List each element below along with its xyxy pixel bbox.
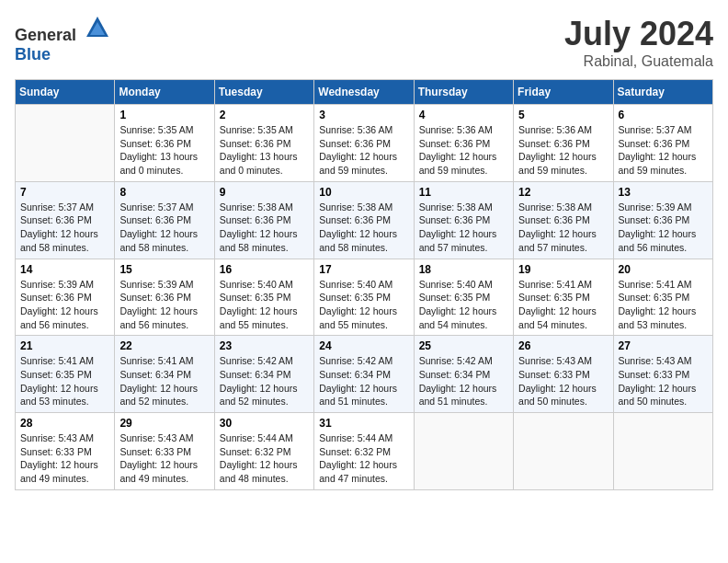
calendar-cell: 13Sunrise: 5:39 AMSunset: 6:36 PMDayligh… (613, 181, 712, 259)
day-info: Sunrise: 5:36 AMSunset: 6:36 PMDaylight:… (319, 123, 408, 178)
day-number: 12 (518, 186, 608, 199)
day-number: 30 (220, 417, 309, 430)
day-number: 11 (419, 186, 508, 199)
day-info: Sunrise: 5:36 AMSunset: 6:36 PMDaylight:… (419, 123, 508, 178)
calendar-cell: 29Sunrise: 5:43 AMSunset: 6:33 PMDayligh… (115, 413, 214, 490)
day-info: Sunrise: 5:37 AMSunset: 6:36 PMDaylight:… (20, 201, 109, 255)
calendar-week-row: 1Sunrise: 5:35 AMSunset: 6:36 PMDaylight… (16, 105, 713, 182)
day-info: Sunrise: 5:38 AMSunset: 6:36 PMDaylight:… (319, 201, 408, 255)
calendar-cell: 4Sunrise: 5:36 AMSunset: 6:36 PMDaylight… (414, 105, 513, 182)
calendar-cell: 11Sunrise: 5:38 AMSunset: 6:36 PMDayligh… (414, 181, 513, 259)
calendar-cell: 16Sunrise: 5:40 AMSunset: 6:35 PMDayligh… (214, 259, 313, 336)
day-number: 23 (220, 339, 309, 352)
day-info: Sunrise: 5:35 AMSunset: 6:36 PMDaylight:… (119, 123, 209, 178)
calendar-cell: 5Sunrise: 5:36 AMSunset: 6:36 PMDaylight… (514, 105, 613, 182)
day-info: Sunrise: 5:37 AMSunset: 6:36 PMDaylight:… (119, 201, 209, 255)
day-info: Sunrise: 5:44 AMSunset: 6:32 PMDaylight:… (220, 431, 309, 486)
day-info: Sunrise: 5:41 AMSunset: 6:35 PMDaylight:… (518, 278, 608, 332)
day-number: 29 (119, 417, 209, 430)
page-header: General Blue July 2024 Rabinal, Guatemal… (15, 15, 713, 70)
calendar-cell (16, 105, 115, 182)
calendar-week-row: 21Sunrise: 5:41 AMSunset: 6:35 PMDayligh… (16, 336, 713, 413)
calendar-cell: 30Sunrise: 5:44 AMSunset: 6:32 PMDayligh… (214, 413, 313, 490)
calendar-cell: 17Sunrise: 5:40 AMSunset: 6:35 PMDayligh… (314, 259, 414, 336)
day-number: 31 (319, 417, 408, 430)
calendar-table: SundayMondayTuesdayWednesdayThursdayFrid… (15, 79, 713, 490)
calendar-week-row: 7Sunrise: 5:37 AMSunset: 6:36 PMDaylight… (16, 181, 713, 259)
calendar-cell: 28Sunrise: 5:43 AMSunset: 6:33 PMDayligh… (16, 413, 115, 490)
column-header-monday: Monday (115, 80, 214, 105)
day-number: 5 (518, 109, 608, 121)
day-number: 14 (20, 263, 109, 276)
column-header-wednesday: Wednesday (314, 80, 414, 105)
logo-icon (85, 15, 110, 40)
day-number: 21 (20, 339, 109, 352)
day-info: Sunrise: 5:40 AMSunset: 6:35 PMDaylight:… (419, 278, 508, 332)
day-number: 22 (119, 339, 209, 352)
day-info: Sunrise: 5:41 AMSunset: 6:34 PMDaylight:… (119, 354, 209, 408)
day-info: Sunrise: 5:41 AMSunset: 6:35 PMDaylight:… (20, 354, 109, 408)
column-header-sunday: Sunday (16, 80, 115, 105)
day-info: Sunrise: 5:42 AMSunset: 6:34 PMDaylight:… (319, 354, 408, 408)
day-number: 8 (119, 186, 209, 199)
day-info: Sunrise: 5:40 AMSunset: 6:35 PMDaylight:… (319, 278, 408, 332)
day-number: 15 (119, 263, 209, 276)
day-number: 28 (20, 417, 109, 430)
month-year: July 2024 (564, 15, 713, 53)
day-info: Sunrise: 5:42 AMSunset: 6:34 PMDaylight:… (419, 354, 508, 408)
column-header-tuesday: Tuesday (214, 80, 313, 105)
logo-blue: Blue (15, 45, 51, 63)
day-info: Sunrise: 5:41 AMSunset: 6:35 PMDaylight:… (619, 278, 708, 332)
day-number: 17 (319, 263, 408, 276)
day-number: 7 (20, 186, 109, 199)
day-number: 3 (319, 109, 408, 121)
day-info: Sunrise: 5:43 AMSunset: 6:33 PMDaylight:… (20, 431, 109, 486)
day-number: 13 (619, 186, 708, 199)
calendar-cell: 23Sunrise: 5:42 AMSunset: 6:34 PMDayligh… (214, 336, 313, 413)
day-number: 20 (619, 263, 708, 276)
title-block: July 2024 Rabinal, Guatemala (564, 15, 713, 70)
day-info: Sunrise: 5:44 AMSunset: 6:32 PMDaylight:… (319, 431, 408, 486)
day-number: 24 (319, 339, 408, 352)
calendar-cell: 15Sunrise: 5:39 AMSunset: 6:36 PMDayligh… (115, 259, 214, 336)
day-info: Sunrise: 5:35 AMSunset: 6:36 PMDaylight:… (220, 123, 309, 178)
column-header-friday: Friday (514, 80, 613, 105)
day-number: 1 (119, 109, 209, 121)
day-info: Sunrise: 5:38 AMSunset: 6:36 PMDaylight:… (419, 201, 508, 255)
day-number: 25 (419, 339, 508, 352)
day-number: 10 (319, 186, 408, 199)
calendar-cell: 31Sunrise: 5:44 AMSunset: 6:32 PMDayligh… (314, 413, 414, 490)
location: Rabinal, Guatemala (564, 53, 713, 70)
day-info: Sunrise: 5:43 AMSunset: 6:33 PMDaylight:… (119, 431, 209, 486)
calendar-cell: 6Sunrise: 5:37 AMSunset: 6:36 PMDaylight… (613, 105, 712, 182)
calendar-cell: 3Sunrise: 5:36 AMSunset: 6:36 PMDaylight… (314, 105, 414, 182)
day-number: 4 (419, 109, 508, 121)
calendar-cell: 12Sunrise: 5:38 AMSunset: 6:36 PMDayligh… (514, 181, 613, 259)
day-number: 18 (419, 263, 508, 276)
day-info: Sunrise: 5:40 AMSunset: 6:35 PMDaylight:… (220, 278, 309, 332)
day-info: Sunrise: 5:42 AMSunset: 6:34 PMDaylight:… (220, 354, 309, 408)
calendar-header-row: SundayMondayTuesdayWednesdayThursdayFrid… (16, 80, 713, 105)
day-info: Sunrise: 5:39 AMSunset: 6:36 PMDaylight:… (20, 278, 109, 332)
calendar-cell: 10Sunrise: 5:38 AMSunset: 6:36 PMDayligh… (314, 181, 414, 259)
calendar-cell: 18Sunrise: 5:40 AMSunset: 6:35 PMDayligh… (414, 259, 513, 336)
day-number: 6 (619, 109, 708, 121)
calendar-cell: 7Sunrise: 5:37 AMSunset: 6:36 PMDaylight… (16, 181, 115, 259)
calendar-cell (514, 413, 613, 490)
calendar-cell: 27Sunrise: 5:43 AMSunset: 6:33 PMDayligh… (613, 336, 712, 413)
logo: General Blue (15, 15, 110, 64)
calendar-cell: 21Sunrise: 5:41 AMSunset: 6:35 PMDayligh… (16, 336, 115, 413)
day-info: Sunrise: 5:38 AMSunset: 6:36 PMDaylight:… (220, 201, 309, 255)
day-info: Sunrise: 5:43 AMSunset: 6:33 PMDaylight:… (619, 354, 708, 408)
calendar-cell (613, 413, 712, 490)
calendar-week-row: 28Sunrise: 5:43 AMSunset: 6:33 PMDayligh… (16, 413, 713, 490)
day-info: Sunrise: 5:37 AMSunset: 6:36 PMDaylight:… (619, 123, 708, 178)
day-info: Sunrise: 5:36 AMSunset: 6:36 PMDaylight:… (518, 123, 608, 178)
calendar-cell: 20Sunrise: 5:41 AMSunset: 6:35 PMDayligh… (613, 259, 712, 336)
calendar-cell: 2Sunrise: 5:35 AMSunset: 6:36 PMDaylight… (214, 105, 313, 182)
logo-general: General (15, 26, 76, 44)
calendar-week-row: 14Sunrise: 5:39 AMSunset: 6:36 PMDayligh… (16, 259, 713, 336)
day-info: Sunrise: 5:38 AMSunset: 6:36 PMDaylight:… (518, 201, 608, 255)
calendar-cell: 25Sunrise: 5:42 AMSunset: 6:34 PMDayligh… (414, 336, 513, 413)
calendar-cell: 22Sunrise: 5:41 AMSunset: 6:34 PMDayligh… (115, 336, 214, 413)
